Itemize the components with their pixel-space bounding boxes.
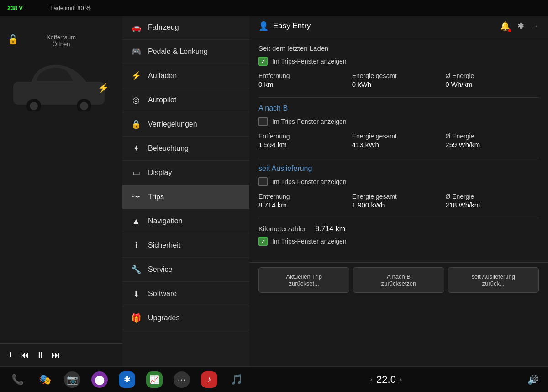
more-icon[interactable]: ··· (174, 371, 190, 388)
value-dur-anachb: 259 Wh/km (445, 141, 539, 148)
top-bar: 238 V Ladelimit: 80 % (0, 0, 548, 16)
cb-label-auslieferung: Im Trips-Fenster anzeigen (272, 178, 347, 185)
section-title-laden: Seit dem letzten Laden (258, 44, 539, 52)
value-eng-anachb: 413 kWh (352, 141, 446, 148)
stat-entfernung-aus: Entfernung 8.714 km (258, 193, 352, 209)
value-dur-laden: 0 Wh/km (445, 80, 539, 88)
section-auslieferung: seit Auslieferung Im Trips-Fenster anzei… (258, 164, 539, 209)
menu-panel: 🚗Fahrzeug🎮Pedale & Lenkung⚡Aufladen◎Auto… (122, 16, 249, 366)
reset-anachb-btn[interactable]: A nach Bzurücksetzen (353, 267, 444, 293)
menu-item-navigation[interactable]: ▲Navigation (122, 209, 249, 233)
menu-item-aufladen[interactable]: ⚡Aufladen (122, 64, 249, 88)
value-entf-laden: 0 km (258, 80, 352, 88)
trips-label: Trips (148, 193, 164, 201)
stat-durchschnitt-laden: Ø Energie 0 Wh/km (445, 72, 539, 88)
km-row: Kilometerzähler 8.714 km (258, 225, 539, 233)
pause-button[interactable]: ⏸ (36, 350, 44, 360)
menu-item-trips[interactable]: 〜Trips (122, 185, 249, 209)
menu-item-sicherheit[interactable]: ℹSicherheit (122, 233, 249, 258)
stats-row-anachb: Entfernung 1.594 km Energie gesamt 413 k… (258, 132, 539, 148)
notification-icon[interactable]: 🔔 (500, 21, 510, 31)
label-entf-anachb: Entfernung (258, 132, 352, 140)
km-value: 8.714 km (315, 225, 345, 233)
svg-point-4 (80, 102, 88, 110)
stat-entfernung-laden: Entfernung 0 km (258, 72, 352, 88)
checkbox-km[interactable] (258, 237, 268, 246)
stats-row-auslieferung: Entfernung 8.714 km Energie gesamt 1.900… (258, 193, 539, 209)
apps-icon[interactable]: ⬤ (91, 371, 108, 388)
next-button[interactable]: ⏭ (52, 350, 60, 360)
bluetooth-icon[interactable]: ✱ (517, 21, 524, 31)
energy-icon[interactable]: 📈 (146, 371, 163, 388)
menu-item-autopilot[interactable]: ◎Autopilot (122, 88, 249, 112)
value-dur-aus: 218 Wh/km (445, 201, 539, 209)
cb-label-km: Im Trips-Fenster anzeigen (272, 238, 347, 245)
menu-item-upgrades[interactable]: 🎁Upgrades (122, 306, 249, 330)
checkbox-anachb[interactable] (258, 117, 268, 126)
voltage-display: 238 V (7, 5, 23, 11)
label-eng-laden: Energie gesamt (352, 72, 446, 79)
fahrzeug-icon: 🚗 (131, 22, 142, 33)
header-icons: 🔔 ✱ → (500, 21, 539, 31)
bottom-icons-left: 📞 🎭 📷 ⬤ ✱ 📈 ··· ♪ 🎵 (9, 371, 245, 388)
stat-energie-aus: Energie gesamt 1.900 kWh (352, 193, 446, 209)
prev-button[interactable]: ⏮ (21, 350, 29, 360)
camera-icon[interactable]: 📷 (64, 371, 80, 388)
menu-item-software[interactable]: ⬇Software (122, 282, 249, 306)
wifi-icon[interactable]: → (532, 22, 539, 30)
beleuchtung-icon: ✦ (131, 143, 142, 154)
music-icon[interactable]: ♪ (201, 371, 217, 388)
checkbox-row-km: Im Trips-Fenster anzeigen (258, 237, 539, 246)
section-anachb: A nach B Im Trips-Fenster anzeigen Entfe… (258, 104, 539, 148)
wipers-icon[interactable]: 🎭 (37, 371, 53, 388)
phone-icon[interactable]: 📞 (9, 371, 26, 388)
section-seit-laden: Seit dem letzten Laden Im Trips-Fenster … (258, 44, 539, 88)
phone2-icon[interactable]: 🎵 (228, 371, 245, 388)
sicherheit-label: Sicherheit (148, 241, 180, 249)
temperature-display: ‹ 22.0 › (370, 374, 402, 386)
volume-icon[interactable]: 🔊 (527, 374, 539, 385)
checkbox-laden[interactable] (258, 57, 268, 66)
menu-item-beleuchtung[interactable]: ✦Beleuchtung (122, 137, 249, 161)
cb-label-anachb: Im Trips-Fenster anzeigen (272, 118, 347, 125)
menu-item-pedale[interactable]: 🎮Pedale & Lenkung (122, 40, 249, 64)
fahrzeug-label: Fahrzeug (148, 23, 179, 32)
media-controls: + ⏮ ⏸ ⏭ (0, 343, 122, 366)
checkbox-auslieferung[interactable] (258, 177, 268, 186)
section-title-auslieferung: seit Auslieferung (258, 164, 539, 173)
content-body: Seit dem letzten Laden Im Trips-Fenster … (249, 37, 548, 262)
menu-item-fahrzeug[interactable]: 🚗Fahrzeug (122, 16, 249, 40)
reset-auslieferung-label: seit Auslieferungzurück... (472, 273, 515, 287)
temp-down-arrow[interactable]: ‹ (370, 376, 373, 384)
reset-auslieferung-btn[interactable]: seit Auslieferungzurück... (448, 267, 539, 293)
bluetooth-bottom-icon[interactable]: ✱ (119, 371, 135, 388)
trips-icon: 〜 (131, 191, 142, 202)
stat-energie-anachb: Energie gesamt 413 kWh (352, 132, 446, 148)
temp-up-arrow[interactable]: › (400, 376, 402, 384)
service-icon: 🔧 (131, 264, 142, 275)
action-buttons: Aktuellen Tripzurückset... A nach Bzurüc… (249, 262, 548, 297)
upgrades-label: Upgrades (148, 314, 179, 322)
label-dur-laden: Ø Energie (445, 72, 539, 79)
navigation-icon: ▲ (131, 216, 142, 227)
menu-item-display[interactable]: ▭Display (122, 161, 249, 185)
divider-2 (258, 158, 539, 158)
menu-item-service[interactable]: 🔧Service (122, 258, 249, 282)
car-section: 🔓 Kofferraum Öffnen ⚡ (0, 16, 122, 343)
display-label: Display (148, 169, 172, 177)
autopilot-icon: ◎ (131, 95, 142, 106)
menu-item-verriegelungen[interactable]: 🔒Verriegelungen (122, 112, 249, 137)
charge-limit: Ladelimit: 80 % (50, 5, 91, 11)
header-title: Easy Entry (273, 21, 311, 31)
car-image: ⚡ (9, 57, 114, 113)
label-eng-aus: Energie gesamt (352, 193, 446, 200)
label-entf-aus: Entfernung (258, 193, 352, 200)
stats-row-laden: Entfernung 0 km Energie gesamt 0 kWh Ø E… (258, 72, 539, 88)
reset-current-btn[interactable]: Aktuellen Tripzurückset... (258, 267, 349, 293)
stat-entfernung-anachb: Entfernung 1.594 km (258, 132, 352, 148)
km-label: Kilometerzähler (258, 225, 306, 233)
reset-anachb-label: A nach Bzurücksetzen (381, 273, 416, 287)
stat-durchschnitt-anachb: Ø Energie 259 Wh/km (445, 132, 539, 148)
content-panel: 👤 Easy Entry 🔔 ✱ → Seit dem letzten Lade… (249, 16, 548, 366)
add-button[interactable]: + (7, 349, 13, 361)
